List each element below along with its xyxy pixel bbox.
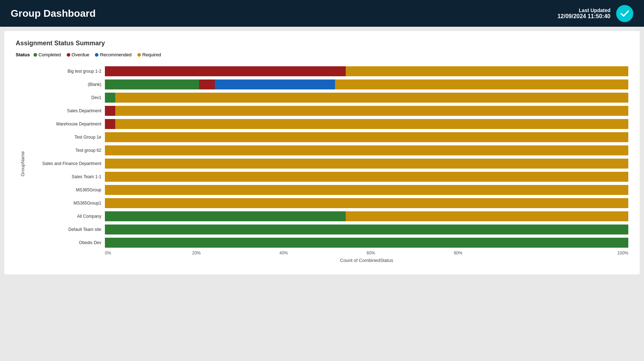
x-tick: 100% [541,251,629,256]
bar-segment [105,185,628,195]
bar-track [105,106,628,116]
bar-track [105,119,628,129]
bar-row: Sales and Finance Department [26,157,628,170]
bar-segment [335,79,628,89]
bar-row: Test group 62 [26,144,628,157]
x-tick: 20% [192,251,280,256]
bar-segment [115,119,628,129]
bar-track [105,132,628,142]
bar-track [105,198,628,208]
chart-title: Assignment Status Summary [16,40,628,47]
bar-label: Warehouse Department [26,122,105,127]
bar-segment [105,145,628,155]
legend-completed: Completed [34,52,61,57]
legend-label: Status [16,52,30,57]
completed-dot [34,53,37,57]
bar-label: Test group 62 [26,148,105,153]
bar-row: MS365Group [26,183,628,196]
bar-segment [115,93,628,103]
bar-label: Default Team site [26,227,105,232]
header-right: Last Updated 12/09/2024 11:50:40 [557,5,633,22]
bar-segment [105,225,628,234]
bar-label: Sales Department [26,108,105,113]
bar-track [105,172,628,182]
required-label: Required [142,52,161,57]
required-dot [137,53,141,57]
bar-segment [115,106,628,116]
bar-segment [199,79,215,89]
bar-row: Default Team site [26,223,628,236]
bars-area: Big test group 1-2(Blank)Dev1Sales Depar… [26,65,628,249]
bar-segment [105,66,346,76]
x-axis-label: Count of CombinedStatus [26,258,628,263]
bar-label: All Company [26,214,105,219]
bar-segment [105,106,115,116]
chart-body: Big test group 1-2(Blank)Dev1Sales Depar… [26,65,628,263]
y-axis-label: GroupName [16,65,26,263]
bar-label: MS365Group [26,187,105,192]
bar-row: Dev1 [26,91,628,104]
x-axis-area: 0%20%40%60%80%100% Count of CombinedStat… [26,251,628,263]
bar-label: Big test group 1-2 [26,69,105,74]
completed-label: Completed [39,52,61,57]
bar-row: (Blank) [26,78,628,91]
bar-segment [105,238,628,248]
bar-label: Sales and Finance Department [26,161,105,166]
bar-segment [105,119,115,129]
bar-row: Warehouse Department [26,117,628,130]
recommended-dot [95,53,98,57]
bar-track [105,185,628,195]
bar-segment [105,93,115,103]
bar-segment [215,79,335,89]
page-title: Group Dashboard [11,8,96,19]
last-updated-value: 12/09/2024 11:50:40 [557,13,610,20]
bar-label: (Blank) [26,82,105,87]
bar-segment [105,159,628,169]
bar-track [105,93,628,103]
x-tick: 80% [454,251,541,256]
overdue-label: Overdue [72,52,90,57]
chart-legend: Status Completed Overdue Recommended Req… [16,52,628,57]
overdue-dot [67,53,70,57]
bar-track [105,66,628,76]
bar-row: Obedis Dev [26,236,628,249]
bar-label: MS365Group1 [26,201,105,206]
legend-recommended: Recommended [95,52,131,57]
bar-track [105,79,628,89]
bar-track [105,145,628,155]
legend-required: Required [137,52,161,57]
bar-row: Big test group 1-2 [26,65,628,78]
x-ticks: 0%20%40%60%80%100% [105,251,628,256]
bar-segment [105,132,628,142]
x-tick: 40% [279,251,367,256]
bar-label: Obedis Dev [26,240,105,245]
bar-track [105,225,628,234]
x-tick: 0% [105,251,192,256]
bar-track [105,211,628,221]
bar-label: Dev1 [26,95,105,100]
legend-overdue: Overdue [67,52,90,57]
header: Group Dashboard Last Updated 12/09/2024 … [0,0,644,27]
bar-track [105,238,628,248]
bar-label: Sales Team 1-1 [26,174,105,179]
bar-segment [105,172,628,182]
x-tick: 60% [367,251,454,256]
bar-track [105,159,628,169]
last-updated-block: Last Updated 12/09/2024 11:50:40 [557,7,610,20]
bar-row: All Company [26,210,628,223]
bar-label: Test Group 1e [26,135,105,140]
chart-container: GroupName Big test group 1-2(Blank)Dev1S… [16,65,628,263]
bar-row: Test Group 1e [26,130,628,144]
bar-segment [105,211,346,221]
bar-row: MS365Group1 [26,196,628,210]
bar-segment [105,198,628,208]
bar-segment [346,211,628,221]
bar-row: Sales Team 1-1 [26,170,628,183]
app-logo [616,5,633,22]
bar-row: Sales Department [26,104,628,117]
checkmark-icon [619,8,630,19]
last-updated-label: Last Updated [557,7,610,13]
recommended-label: Recommended [100,52,131,57]
bar-segment [105,79,199,89]
main-content: Assignment Status Summary Status Complet… [4,31,640,274]
